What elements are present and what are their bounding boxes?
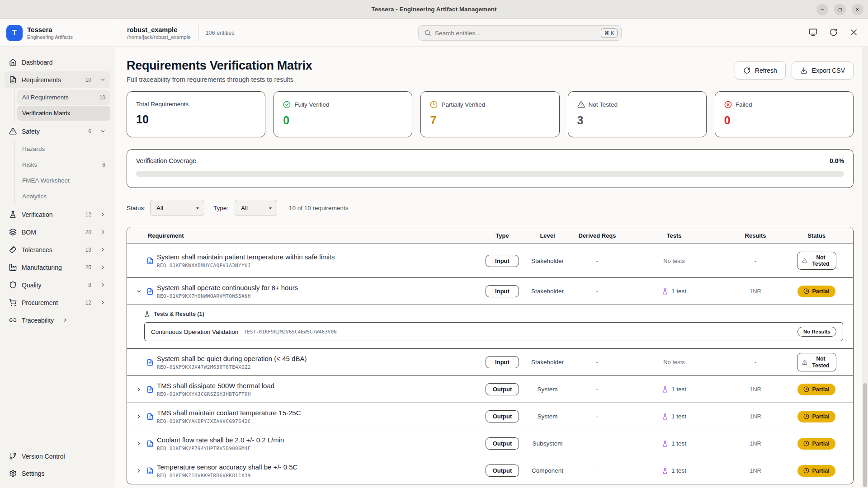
chevron-right-icon: [100, 300, 106, 305]
export-csv-button[interactable]: Export CSV: [792, 61, 854, 80]
sidebar-item-hazards[interactable]: Hazards: [17, 141, 110, 156]
close-window-button[interactable]: [852, 4, 863, 15]
flask-icon: [662, 441, 668, 447]
app-subtitle: Engineering Artifacts: [27, 34, 73, 40]
expand-row-button[interactable]: [134, 441, 143, 447]
results-cell: -: [755, 258, 756, 264]
sidebar-item-verification-matrix[interactable]: Verification Matrix: [17, 106, 110, 121]
sidebar-item-label: Settings: [22, 470, 45, 477]
sidebar-item-safety[interactable]: Safety 6: [5, 123, 110, 140]
expand-row-button[interactable]: [134, 386, 143, 393]
collapse-row-button[interactable]: [134, 288, 143, 295]
sidebar-item-requirements[interactable]: Requirements 10: [5, 71, 110, 88]
refresh-button[interactable]: Refresh: [735, 61, 786, 80]
column-header: Tests: [667, 232, 682, 239]
search-icon: [424, 29, 431, 37]
status-filter-select[interactable]: All: [150, 200, 204, 216]
x-circle-icon: [724, 101, 732, 108]
sidebar-item-risks[interactable]: Risks 6: [17, 157, 110, 172]
sidebar-item-verification[interactable]: Verification 12: [5, 206, 110, 223]
close-project-button[interactable]: [849, 28, 858, 37]
sidebar-item-quality[interactable]: Quality 8: [5, 277, 110, 293]
status-badge-not-tested: Not Tested: [797, 252, 836, 270]
sidebar-item-settings[interactable]: Settings: [5, 465, 110, 482]
verification-coverage-card: Verification Coverage 0.0%: [127, 149, 854, 188]
sidebar-item-procurement[interactable]: Procurement 12: [5, 294, 110, 311]
status-badge-partial: Partial: [797, 465, 835, 477]
type-filter-select[interactable]: All: [235, 200, 277, 216]
sidebar-item-label: Manufacturing: [22, 264, 62, 271]
stat-label: Total Requirements: [136, 101, 189, 108]
scrollbar-thumb[interactable]: [863, 383, 867, 487]
sidebar-item-analytics[interactable]: Analytics: [17, 189, 110, 204]
level-cell: Stakeholder: [531, 288, 564, 295]
minimize-button[interactable]: [816, 4, 828, 15]
status-label: Partial: [812, 386, 829, 393]
main-content: Requirements Verification Matrix Full tr…: [115, 47, 868, 488]
status-badge-not-tested: Not Tested: [797, 353, 836, 371]
expand-row-button[interactable]: [134, 468, 143, 474]
no-results-badge: No Results: [797, 327, 836, 337]
display-mode-button[interactable]: [809, 28, 817, 37]
expand-row-button[interactable]: [134, 413, 143, 420]
requirement-title: Coolant flow rate shall be 2.0 +/- 0.2 L…: [157, 436, 284, 444]
stat-card-partially-verified: Partially Verified 7: [420, 91, 559, 137]
search-input[interactable]: [435, 30, 597, 37]
sidebar-item-count: 12: [85, 300, 91, 306]
sidebar-item-label: Quality: [22, 282, 42, 289]
project-path: /home/jack/robust_example: [127, 34, 191, 40]
reload-button[interactable]: [829, 28, 838, 37]
sidebar-item-manufacturing[interactable]: Manufacturing 25: [5, 259, 110, 276]
status-badge-partial: Partial: [797, 286, 835, 297]
chevron-right-icon: [100, 264, 106, 270]
level-cell: Component: [532, 467, 563, 474]
requirements-table: Requirement Type Level Derived Reqs Test…: [127, 227, 854, 484]
requirement-id: REQ-01KF9KXJX47W2M630T6TE4XQZ2: [157, 364, 307, 370]
results-cell: 1NR: [750, 288, 761, 295]
project-name: robust_example: [127, 26, 191, 33]
test-item[interactable]: Continuous Operation Validation TEST-01K…: [144, 322, 843, 341]
sidebar-item-version-control[interactable]: Version Control: [5, 448, 110, 465]
safety-subtree: Hazards Risks 6 FMEA Worksheet Analytics: [14, 141, 110, 205]
window-controls: [816, 4, 863, 15]
tests-cell: 1 test: [671, 440, 686, 447]
type-badge: Input: [486, 356, 519, 368]
sidebar-item-label: FMEA Worksheet: [22, 177, 70, 184]
refresh-icon: [743, 67, 750, 74]
sidebar-item-fmea-worksheet[interactable]: FMEA Worksheet: [17, 173, 110, 188]
document-icon: [146, 467, 154, 474]
type-badge: Output: [486, 465, 519, 477]
sidebar-item-label: Verification: [22, 211, 52, 218]
clock-icon: [803, 441, 809, 446]
sidebar-item-label: Analytics: [22, 193, 47, 200]
sidebar: Dashboard Requirements 10 All Requiremen…: [0, 47, 115, 488]
status-label: Partial: [812, 441, 829, 447]
table-row: TMS shall dissipate 500W thermal load RE…: [127, 375, 853, 403]
sidebar-item-all-requirements[interactable]: All Requirements 10: [17, 90, 110, 105]
search-box[interactable]: ⌘ K: [418, 25, 622, 41]
window-title: Tessera - Engineering Artifact Managemen…: [372, 6, 497, 13]
derived-reqs-cell: -: [596, 467, 598, 474]
tests-cell: 1 test: [671, 413, 686, 420]
clock-icon: [803, 288, 809, 294]
sidebar-item-traceability[interactable]: Traceability: [5, 312, 110, 328]
summary-cards: Total Requirements 10 Fully Verified 0 P…: [127, 91, 854, 137]
type-filter-label: Type:: [213, 205, 228, 211]
warning-triangle-icon: [9, 127, 17, 135]
document-icon: [146, 413, 154, 420]
stat-card-fully-verified: Fully Verified 0: [274, 91, 412, 137]
sidebar-item-dashboard[interactable]: Dashboard: [5, 54, 110, 70]
requirement-title: System shall maintain patient temperatur…: [157, 253, 335, 261]
shopping-cart-icon: [9, 299, 17, 306]
sidebar-item-tolerances[interactable]: Tolerances 13: [5, 241, 110, 258]
table-row: Coolant flow rate shall be 2.0 +/- 0.2 L…: [127, 430, 853, 457]
ruler-icon: [9, 246, 17, 253]
clock-icon: [803, 468, 809, 474]
derived-reqs-cell: -: [596, 440, 598, 447]
maximize-button[interactable]: [834, 4, 846, 15]
sidebar-item-count: 8: [88, 282, 91, 288]
type-filter-value: All: [241, 205, 248, 211]
sidebar-item-bom[interactable]: BOM 20: [5, 224, 110, 240]
sidebar-item-count: 6: [102, 162, 105, 168]
sidebar-item-label: Risks: [22, 161, 37, 168]
